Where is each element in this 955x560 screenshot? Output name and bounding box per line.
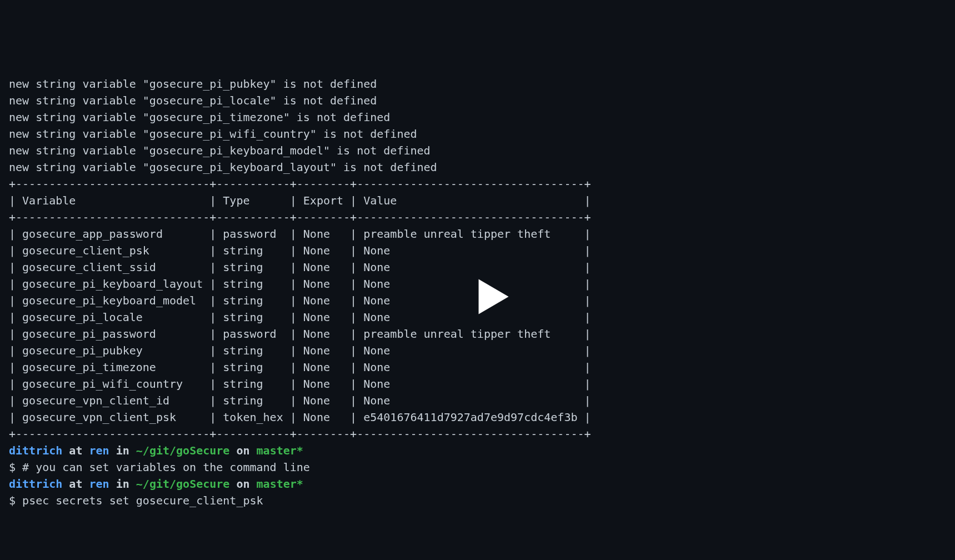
warning-line: new string variable "gosecure_pi_locale"…: [9, 92, 946, 109]
prompt-path: ~/git/goSecure: [136, 444, 230, 457]
prompt-user: dittrich: [9, 477, 62, 491]
warning-line: new string variable "gosecure_pi_timezon…: [9, 109, 946, 126]
prompt-user: dittrich: [9, 444, 62, 457]
table-row: | gosecure_pi_pubkey | string | None | N…: [9, 342, 946, 359]
table-border: +-----------------------------+---------…: [9, 426, 946, 442]
prompt-dollar: $: [9, 494, 22, 507]
table-row: | gosecure_vpn_client_id | string | None…: [9, 392, 946, 409]
command-text: psec secrets set gosecure_client_psk: [22, 494, 263, 507]
command-line[interactable]: $ psec secrets set gosecure_client_psk: [9, 492, 946, 509]
prompt-line: dittrich at ren in ~/git/goSecure on mas…: [9, 442, 946, 459]
table-header: | Variable | Type | Export | Value |: [9, 192, 946, 209]
prompt-in: in: [109, 444, 136, 457]
prompt-host: ren: [89, 477, 109, 491]
prompt-path: ~/git/goSecure: [136, 477, 230, 491]
prompt-branch: master*: [257, 444, 303, 457]
prompt-line: dittrich at ren in ~/git/goSecure on mas…: [9, 476, 946, 492]
table-row: | gosecure_pi_password | password | None…: [9, 326, 946, 342]
warning-line: new string variable "gosecure_pi_keyboar…: [9, 142, 946, 159]
play-button[interactable]: [453, 255, 503, 305]
play-icon: [466, 272, 516, 322]
table-row: | gosecure_pi_wifi_country | string | No…: [9, 376, 946, 392]
table-border: +-----------------------------+---------…: [9, 176, 946, 192]
table-row: | gosecure_pi_timezone | string | None |…: [9, 359, 946, 376]
prompt-at: at: [62, 444, 89, 457]
table-row: | gosecure_app_password | password | Non…: [9, 226, 946, 242]
prompt-in: in: [109, 477, 136, 491]
command-text: # you can set variables on the command l…: [22, 461, 310, 474]
table-border: +-----------------------------+---------…: [9, 209, 946, 226]
svg-marker-0: [478, 279, 508, 314]
prompt-on: on: [229, 444, 256, 457]
prompt-dollar: $: [9, 461, 22, 474]
warning-line: new string variable "gosecure_pi_keyboar…: [9, 159, 946, 176]
warning-line: new string variable "gosecure_pi_pubkey"…: [9, 76, 946, 92]
command-line[interactable]: $ # you can set variables on the command…: [9, 459, 946, 476]
prompt-on: on: [229, 477, 256, 491]
warning-line: new string variable "gosecure_pi_wifi_co…: [9, 126, 946, 142]
prompt-host: ren: [89, 444, 109, 457]
prompt-at: at: [62, 477, 89, 491]
table-row: | gosecure_vpn_client_psk | token_hex | …: [9, 409, 946, 426]
prompt-branch: master*: [257, 477, 303, 491]
